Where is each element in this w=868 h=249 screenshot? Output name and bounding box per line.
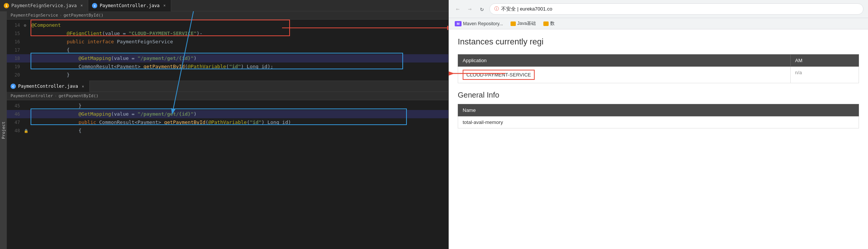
bookmark-icon-maven: M xyxy=(455,21,462,26)
project-label: Project xyxy=(0,11,7,249)
tab-payment-controller[interactable]: c PaymentController.java × xyxy=(88,0,171,11)
general-info-title: General Info xyxy=(458,91,859,99)
ide-panel: i PaymentFeignService.java × c PaymentCo… xyxy=(0,0,449,249)
tab-icon-feign: i xyxy=(4,3,9,8)
table-cell-app-name: CLOUD-PAYMENT-SERVICE xyxy=(458,67,791,83)
general-info-header-name: Name xyxy=(458,104,859,116)
code-line-48: 48 🔒 { xyxy=(7,127,448,135)
security-icon: ⓘ xyxy=(494,6,499,12)
back-button[interactable]: ← xyxy=(453,5,462,14)
tab-close-controller[interactable]: × xyxy=(162,3,167,8)
top-tab-bar: i PaymentFeignService.java × c PaymentCo… xyxy=(0,0,448,11)
table-cell-am: n/a xyxy=(790,67,859,83)
tab-icon-bottom-controller: c xyxy=(11,84,16,89)
eureka-page-title: Instances currently regi xyxy=(458,37,859,47)
bookmark-icon-java xyxy=(511,21,516,26)
bookmarks-bar: M Maven Repository... Java基础 数 xyxy=(449,18,868,29)
bookmark-label-java: Java基础 xyxy=(517,20,536,27)
bookmark-java[interactable]: Java基础 xyxy=(509,20,537,27)
code-section-bottom: 45 } 46 @GetMapping(value = "/payment/ge… xyxy=(7,100,448,249)
ide-main: Project PaymentFeignService › getPayment… xyxy=(0,11,448,249)
ide-code-area: PaymentFeignService › getPaymentById() 1… xyxy=(7,11,448,249)
instances-table-header-app: Application xyxy=(458,55,791,67)
bookmark-extra[interactable]: 数 xyxy=(542,20,556,27)
tab-label-controller: PaymentController.java xyxy=(100,3,159,8)
instances-table: Application AM CLOUD-PAYMENT-SERVICE n xyxy=(458,54,859,83)
code-section-top: 14 ⚙ @Component 15 @FeignClient(value = … xyxy=(7,20,448,81)
tab-payment-feign[interactable]: i PaymentFeignService.java × xyxy=(0,0,88,11)
general-info-cell-name: total-avail-memory xyxy=(458,116,859,128)
eureka-content: Instances currently regi Application AM xyxy=(449,29,868,249)
breadcrumb-class-top: PaymentFeignService xyxy=(11,13,58,18)
bookmark-label-extra: 数 xyxy=(550,20,555,27)
am-value: n/a xyxy=(795,70,802,75)
breadcrumb-top: PaymentFeignService › getPaymentById() xyxy=(7,11,448,20)
tab-label-feign: PaymentFeignService.java xyxy=(11,3,77,8)
bookmark-label-maven: Maven Repository... xyxy=(463,21,503,26)
tab-close-feign[interactable]: × xyxy=(79,3,84,8)
refresh-button[interactable]: ↻ xyxy=(477,5,486,14)
address-bar[interactable]: ⓘ 不安全 | eureka7001.co xyxy=(489,3,863,15)
table-row-cloud-payment: CLOUD-PAYMENT-SERVICE n/a xyxy=(458,67,859,83)
forward-button[interactable]: → xyxy=(465,5,474,14)
code-line-20: 20 } xyxy=(7,71,448,79)
breadcrumb-method-top: getPaymentById() xyxy=(63,13,103,18)
browser-panel: ← → ↻ ⓘ 不安全 | eureka7001.co M Maven Repo… xyxy=(449,0,868,249)
general-info-row: total-avail-memory xyxy=(458,116,859,128)
tab-icon-controller: c xyxy=(92,3,97,8)
instances-table-header-am: AM xyxy=(790,55,859,67)
general-info-table: Name total-avail-memory xyxy=(458,104,859,128)
bookmark-maven[interactable]: M Maven Repository... xyxy=(453,20,505,27)
cloud-payment-service-label: CLOUD-PAYMENT-SERVICE xyxy=(463,70,535,80)
browser-chrome: ← → ↻ ⓘ 不安全 | eureka7001.co xyxy=(449,0,868,18)
security-text: 不安全 | eureka7001.co xyxy=(501,6,552,12)
bookmark-icon-extra xyxy=(543,21,549,26)
